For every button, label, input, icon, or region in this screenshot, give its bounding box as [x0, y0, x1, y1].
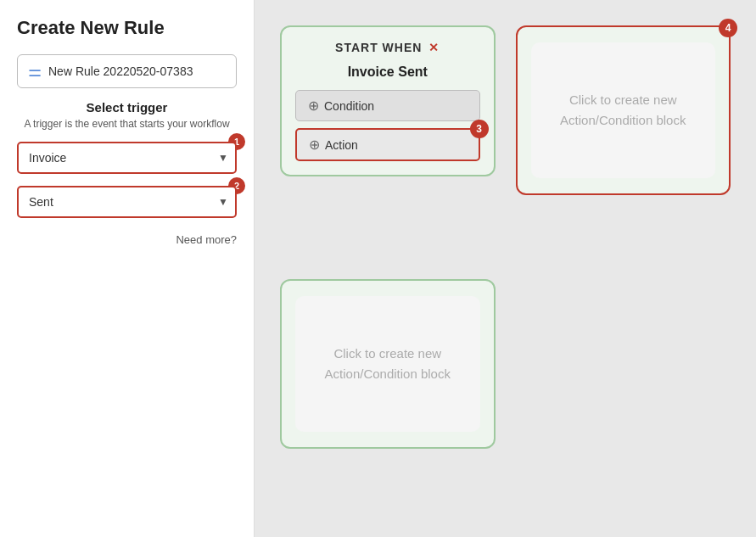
trigger-dropdown-container: 1 Invoice Payment Quote Purchase Order ▼	[17, 142, 237, 174]
subtype-dropdown[interactable]: Sent Created Overdue Paid	[17, 186, 237, 218]
subtype-dropdown-container: 2 Sent Created Overdue Paid ▼	[17, 186, 237, 218]
placeholder-text-2: Click to create new Action/Condition blo…	[295, 296, 480, 432]
page-title: Create New Rule	[17, 17, 237, 39]
badge-3: 3	[470, 120, 489, 138]
condition-button[interactable]: ⊕ Condition	[295, 90, 480, 121]
sidebar: Create New Rule ⚌ New Rule 20220520-0738…	[0, 0, 255, 537]
close-icon[interactable]: ✕	[428, 41, 440, 54]
badge-4: 4	[719, 19, 737, 37]
placeholder-card-2[interactable]: Click to create new Action/Condition blo…	[280, 279, 496, 449]
placeholder-text-1: Click to create new Action/Condition blo…	[531, 42, 716, 178]
rule-icon: ⚌	[28, 62, 42, 81]
need-more-label: Need more?	[17, 233, 237, 246]
start-when-label: START WHEN	[335, 41, 422, 54]
action-btn-wrapper: 3 ⊕ Action	[295, 128, 480, 161]
condition-plus-icon: ⊕	[308, 98, 319, 114]
start-when-card: START WHEN ✕ Invoice Sent ⊕ Condition 3 …	[280, 25, 496, 176]
rule-name-label: New Rule 20220520-07383	[48, 64, 193, 78]
action-button[interactable]: ⊕ Action	[295, 128, 480, 161]
subtype-dropdown-wrapper: Sent Created Overdue Paid ▼	[17, 186, 237, 218]
action-plus-icon: ⊕	[309, 137, 320, 153]
start-when-header: START WHEN ✕	[335, 41, 440, 54]
select-trigger-heading: Select trigger	[87, 100, 168, 115]
condition-action-buttons: ⊕ Condition 3 ⊕ Action	[295, 90, 480, 161]
trigger-dropdown[interactable]: Invoice Payment Quote Purchase Order	[17, 142, 237, 174]
rule-name-box: ⚌ New Rule 20220520-07383	[17, 54, 237, 88]
trigger-label: Invoice Sent	[348, 64, 428, 80]
placeholder-card-1[interactable]: 4 Click to create new Action/Condition b…	[516, 25, 731, 195]
select-trigger-section: Select trigger A trigger is the event th…	[17, 100, 237, 130]
select-trigger-description: A trigger is the event that starts your …	[24, 118, 229, 130]
canvas: START WHEN ✕ Invoice Sent ⊕ Condition 3 …	[255, 0, 756, 537]
trigger-dropdown-wrapper: Invoice Payment Quote Purchase Order ▼	[17, 142, 237, 174]
